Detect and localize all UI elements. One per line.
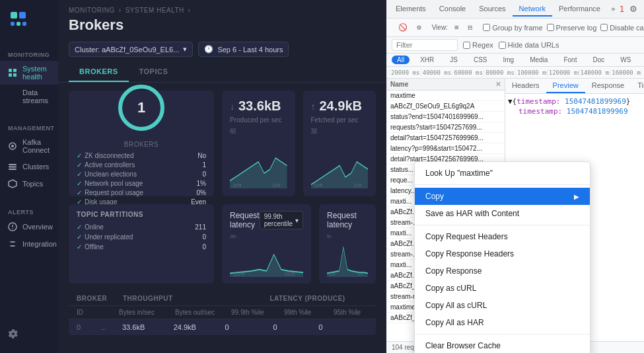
ctx-copy-all-curl[interactable]: Copy All as cURL (415, 297, 590, 314)
svg-text:12:23 PM: 12:23 PM (314, 182, 322, 188)
time-selector[interactable]: 🕐 Sep 6 - Last 4 hours (198, 42, 289, 57)
percentile-select[interactable]: 99.9th percentile ▾ (260, 211, 303, 229)
group-by-frame-checkbox[interactable] (483, 24, 490, 31)
request-item-status[interactable]: status?end=15047401699969... (386, 112, 505, 122)
ctx-clear-cache[interactable]: Clear Browser Cache (415, 337, 590, 353)
svg-text:4:22 PM: 4:22 PM (353, 182, 361, 188)
col-header-latency: Latency (produce) (262, 292, 376, 305)
sidebar-item-data-streams[interactable]: Data streams (0, 85, 58, 108)
clear-requests-btn[interactable]: ✕ (495, 81, 501, 88)
filter-chip-css[interactable]: CSS (468, 56, 493, 64)
breadcrumb-system-health[interactable]: SYSTEM HEALTH (125, 7, 184, 14)
devtools-tab-performance[interactable]: Performance (552, 2, 607, 17)
request-item-requests[interactable]: requests?start=15047257699... (386, 122, 505, 133)
svg-text:520ms: 520ms (327, 233, 332, 239)
svg-rect-2 (9, 73, 12, 77)
clear-button[interactable]: 🚫 (396, 22, 410, 33)
request-item-detail[interactable]: detail?start=15047257699969... (386, 133, 505, 143)
request-item-latency[interactable]: latency?p=999&start=150472... (386, 143, 505, 154)
breadcrumb: MONITORING › SYSTEM HEALTH › (58, 0, 386, 17)
partition-under-replicated: ✓Under replicated 0 (77, 232, 206, 242)
filter-chip-manifest[interactable]: Manifest (641, 56, 644, 64)
settings-button[interactable] (0, 323, 26, 346)
ctx-save-har[interactable]: Save as HAR with Content (415, 205, 590, 222)
fetched-label: Fetched per sec (311, 116, 369, 124)
row-p99: 0 (269, 323, 315, 331)
detail-tab-timing[interactable]: Timing (631, 79, 644, 93)
clock-icon: 🕐 (204, 45, 213, 54)
sidebar: MONITORING System health Data streams MA… (0, 0, 58, 353)
devtools-settings-button[interactable]: ⚙ (627, 3, 640, 15)
regex-label[interactable]: Regex (463, 41, 493, 49)
top-bar: Cluster: aABcZf_0SeOu9_EL6... ▾ 🕐 Sep 6 … (58, 39, 386, 62)
cluster-selector[interactable]: Cluster: aABcZf_0SeOu9_EL6... ▾ (69, 42, 193, 57)
tick-5: 100000 ms (515, 69, 547, 76)
filter-input[interactable] (392, 39, 458, 51)
sidebar-item-clusters[interactable]: Clusters (0, 158, 58, 175)
ctx-copy-all-har[interactable]: Copy All as HAR (415, 314, 590, 331)
preserve-log-label[interactable]: Preserve log (547, 24, 597, 32)
detail-tab-preview[interactable]: Preview (546, 79, 585, 93)
view-list-button[interactable]: ≡ (452, 22, 462, 33)
partition-online: ✓Online 211 (77, 222, 206, 232)
preserve-log-checkbox[interactable] (547, 24, 554, 31)
sidebar-item-label: Topics (22, 180, 43, 188)
devtools-tab-sources[interactable]: Sources (472, 2, 512, 17)
view-large-button[interactable]: ⊟ (466, 22, 476, 33)
sidebar-item-kafka-connect[interactable]: Kafka Connect (0, 134, 58, 158)
detail-tab-response[interactable]: Response (585, 79, 631, 93)
filter-chip-doc[interactable]: Doc (587, 56, 610, 64)
svg-text:4:22 PM: 4:22 PM (358, 271, 363, 276)
ctx-copy-curl[interactable]: Copy as cURL (415, 280, 590, 297)
view-label: View: (432, 24, 448, 31)
row-dots[interactable]: ... (100, 323, 118, 331)
sidebar-item-system-health[interactable]: System health (0, 61, 58, 85)
disable-cache-label[interactable]: Disable cache (600, 24, 644, 32)
error-count: 1 (620, 4, 625, 14)
filter-chip-xhr[interactable]: XHR (415, 56, 439, 64)
group-by-frame-label[interactable]: Group by frame (483, 24, 542, 32)
tab-topics[interactable]: TOPICS (129, 62, 179, 82)
filter-button[interactable]: ⚙ (414, 22, 424, 33)
latency-chart-2: 520ms 12:23 PM 4:22 PM (327, 232, 368, 277)
svg-text:12:23 PM: 12:23 PM (234, 270, 245, 276)
partition-offline: ✓Offline 0 (77, 242, 206, 252)
filter-chip-media[interactable]: Media (524, 56, 553, 64)
breadcrumb-monitoring[interactable]: MONITORING (69, 7, 115, 14)
filter-chip-img[interactable]: Img (497, 56, 519, 64)
latency-label-2: Request latency (327, 211, 368, 229)
sub-col-id: ID (69, 306, 95, 319)
regex-checkbox[interactable] (463, 42, 470, 49)
devtools-tab-console[interactable]: Console (433, 2, 472, 17)
filter-chip-ws[interactable]: WS (615, 56, 636, 64)
broker-count: 1 (137, 99, 145, 116)
sidebar-item-integration[interactable]: Integration (0, 235, 58, 253)
ctx-copy-request-headers[interactable]: Copy Request Headers (415, 228, 590, 245)
devtools-tab-elements[interactable]: Elements (389, 2, 433, 17)
detail-tab-headers[interactable]: Headers (505, 79, 546, 93)
col-header-throughput: Throughput (115, 292, 262, 305)
disable-cache-checkbox[interactable] (600, 24, 608, 31)
ctx-copy[interactable]: Copy ▶ (415, 188, 590, 205)
sidebar-item-overview[interactable]: Overview (0, 218, 58, 235)
hide-data-urls-label[interactable]: Hide data URLs (499, 41, 559, 49)
devtools-tab-network[interactable]: Network (513, 2, 552, 17)
timeline-ticks: 20000 ms 40000 ms 60000 ms 80000 ms 1000… (389, 69, 641, 76)
ctx-copy-response[interactable]: Copy Response (415, 262, 590, 280)
request-item-maxtime[interactable]: maxtime (386, 91, 505, 101)
sidebar-item-topics[interactable]: Topics (0, 175, 58, 192)
filter-chip-all[interactable]: All (392, 56, 410, 64)
ctx-look-up[interactable]: Look Up "maxtime" (415, 165, 590, 182)
filter-chip-font[interactable]: Font (558, 56, 582, 64)
devtools-tab-overflow[interactable]: » (607, 2, 620, 16)
broker-stats: ✓ZK disconnected No ✓Active controllers … (77, 152, 206, 206)
svg-rect-0 (9, 69, 12, 72)
latency-label-1: Request latency (230, 211, 260, 229)
ctx-copy-response-headers[interactable]: Copy Response Headers (415, 245, 590, 262)
hide-data-urls-checkbox[interactable] (499, 42, 506, 49)
tab-brokers[interactable]: BROKERS (69, 62, 129, 82)
sidebar-item-label: Overview (22, 223, 53, 231)
percentile-label: 99.9th percentile (264, 213, 293, 227)
filter-chip-js[interactable]: JS (445, 56, 463, 64)
request-item-aabczf[interactable]: aABcZf_0SeOu9_EL6g9q2A (386, 101, 505, 112)
